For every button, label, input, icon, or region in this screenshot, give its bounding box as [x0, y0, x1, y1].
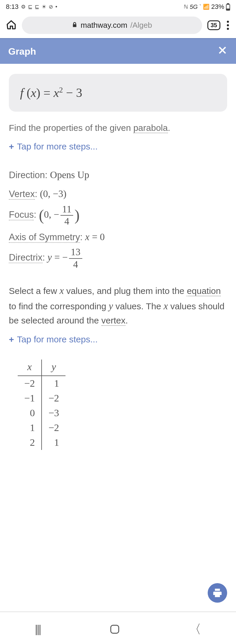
intro-section: Find the properties of the given parabol…	[0, 112, 236, 153]
direction-label: Direction	[9, 170, 45, 180]
clock-time: 8:13	[6, 3, 19, 11]
tab-count-badge[interactable]: 35	[207, 20, 220, 30]
intro-prefix: Find the properties of the given	[9, 123, 133, 133]
equation-link[interactable]: equation	[187, 286, 221, 296]
parabola-link[interactable]: parabola	[133, 123, 168, 133]
focus-den: 4	[60, 216, 73, 227]
prop-directrix: Directrix: y = −134	[9, 246, 227, 270]
properties-list: Direction: Opens Up Vertex: (0, −3) Focu…	[0, 153, 236, 270]
url-path: /Algeb	[130, 21, 152, 30]
equation-box[interactable]: f (x) = x2 − 3	[9, 74, 227, 112]
content-area: f (x) = x2 − 3	[0, 64, 236, 112]
vpn-icon: ⚙	[21, 4, 26, 10]
status-left: 8:13 ⚙ ⊑ ⊑ ☀ ⊘ •	[6, 3, 57, 11]
direction-value: Opens Up	[50, 170, 89, 180]
battery-icon	[226, 3, 230, 11]
table-row: 21	[18, 435, 65, 450]
plus-icon: +	[9, 333, 14, 347]
page-title: Graph	[8, 46, 36, 57]
tap-more-1[interactable]: + Tap for more steps...	[9, 134, 227, 153]
plus-icon: +	[9, 140, 14, 153]
backtick-icon: `	[199, 4, 201, 10]
vertex-value: (0, −3)	[40, 188, 66, 199]
signal-icon: 📶	[203, 4, 209, 10]
col-x: x	[18, 360, 42, 376]
table-row: 0−3	[18, 406, 65, 420]
table-row: −1−2	[18, 391, 65, 406]
nfc-icon: ℕ	[184, 4, 188, 10]
status-right: ℕ 5G ` 📶 23%	[184, 3, 230, 11]
focus-num: 11	[60, 204, 73, 216]
tap-more-2[interactable]: + Tap for more steps...	[9, 327, 227, 347]
system-nav-bar: ||| 〈	[0, 614, 236, 644]
close-icon[interactable]	[217, 45, 228, 58]
lock-icon	[72, 21, 78, 30]
vertex-label[interactable]: Vertex	[9, 189, 35, 200]
vertex-link[interactable]: vertex	[101, 316, 126, 326]
battery-percent: 23%	[211, 3, 224, 11]
directrix-den: 4	[69, 259, 82, 271]
directrix-label[interactable]: Directrix	[9, 252, 42, 263]
printer-icon	[212, 588, 222, 598]
home-icon[interactable]	[6, 19, 17, 31]
prop-direction: Direction: Opens Up	[9, 165, 227, 184]
home-button[interactable]	[110, 625, 119, 634]
col-y: y	[42, 360, 65, 376]
network-type: 5G	[190, 4, 198, 10]
notif-icon-1: ⊑	[28, 4, 32, 10]
dnd-icon: ⊘	[49, 4, 53, 10]
tap-more-label: Tap for more steps...	[17, 333, 98, 347]
print-button[interactable]	[208, 583, 227, 603]
recent-apps-button[interactable]: |||	[35, 623, 40, 635]
prop-vertex: Vertex: (0, −3)	[9, 184, 227, 203]
prop-focus: Focus: (0, −114)	[9, 204, 227, 227]
intro-suffix: .	[168, 123, 170, 133]
graph-header: Graph	[0, 38, 236, 64]
table-header-row: x y	[18, 360, 65, 376]
axis-label[interactable]: Axis of Symmetry	[9, 232, 80, 243]
status-bar: 8:13 ⚙ ⊑ ⊑ ☀ ⊘ • ℕ 5G ` 📶 23%	[0, 0, 236, 13]
address-bar[interactable]: mathway.com/Algeb	[22, 17, 202, 34]
xy-table-wrap: x y −21 −1−2 0−3 1−2 21	[0, 347, 236, 450]
browser-toolbar: mathway.com/Algeb 35	[0, 13, 236, 38]
dot-icon: •	[55, 4, 57, 10]
table-row: −21	[18, 376, 65, 391]
instruction-text: Select a few x values, and plug them int…	[0, 270, 236, 346]
notif-icon-2: ⊑	[35, 4, 39, 10]
xy-table: x y −21 −1−2 0−3 1−2 21	[18, 360, 65, 450]
tap-more-label: Tap for more steps...	[17, 140, 98, 153]
focus-label[interactable]: Focus	[9, 209, 34, 220]
directrix-num: 13	[69, 246, 82, 259]
table-row: 1−2	[18, 420, 65, 435]
url-domain: mathway.com	[81, 21, 127, 30]
more-menu-icon[interactable]	[226, 21, 230, 30]
prop-axis: Axis of Symmetry: x = 0	[9, 227, 227, 246]
bottom-separator	[0, 612, 236, 612]
brightness-icon: ☀	[42, 4, 46, 10]
back-button[interactable]: 〈	[189, 621, 201, 638]
